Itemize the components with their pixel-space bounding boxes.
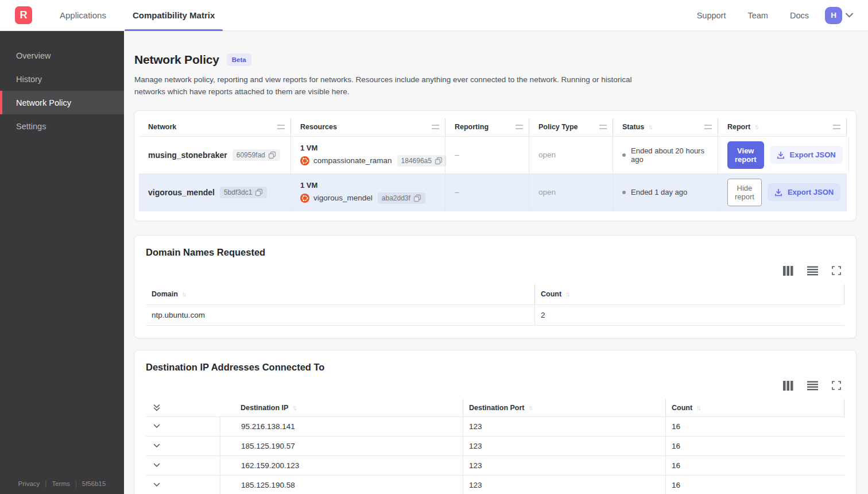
row-expand-button[interactable]: [146, 417, 220, 436]
row-expand-button[interactable]: [146, 437, 220, 456]
download-icon: [777, 151, 785, 159]
terms-link[interactable]: Terms: [52, 480, 69, 487]
view-report-button[interactable]: View report: [727, 141, 764, 169]
column-resize-handle[interactable]: [277, 125, 285, 129]
domains-table: Domain ↑↓ Count ↑↓ ntp.ubuntu.com 2: [146, 284, 844, 326]
tab-compatibility-matrix[interactable]: Compatibility Matrix: [125, 0, 223, 30]
privacy-link[interactable]: Privacy: [18, 480, 40, 487]
hide-report-button[interactable]: Hide report: [727, 179, 762, 206]
ip-cell: 185.125.190.57: [220, 437, 463, 456]
table-row[interactable]: ntp.ubuntu.com 2: [146, 305, 844, 326]
port-cell: 123: [463, 437, 665, 456]
column-header-destination-ip[interactable]: Destination IP ↑↓: [220, 399, 463, 416]
nav-link-docs[interactable]: Docs: [790, 11, 809, 20]
sort-icon[interactable]: ↑↓: [565, 291, 571, 298]
export-json-button[interactable]: Export JSON: [770, 146, 843, 164]
nav-link-support[interactable]: Support: [697, 11, 726, 20]
sort-icon[interactable]: ↑↓: [529, 404, 534, 411]
table-toolbar: [146, 381, 841, 391]
domains-table-header: Domain ↑↓ Count ↑↓: [146, 284, 844, 304]
sort-icon[interactable]: ↑↓: [696, 404, 702, 411]
nav-tabs: Applications Compatibility Matrix: [52, 0, 233, 30]
app-logo[interactable]: R: [15, 6, 32, 24]
column-resize-handle[interactable]: [432, 125, 439, 129]
vm-id-badge: 184696a5: [397, 155, 447, 167]
columns-icon[interactable]: [783, 266, 793, 276]
ubuntu-icon: [300, 156, 309, 165]
column-header-count[interactable]: Count ↑↓: [534, 284, 844, 304]
table-row[interactable]: 185.125.190.58 123 16: [146, 476, 844, 494]
column-resize-handle[interactable]: [516, 125, 523, 129]
top-navigation: R Applications Compatibility Matrix Supp…: [0, 0, 868, 31]
export-json-button[interactable]: Export JSON: [768, 183, 840, 201]
sidebar-item-overview[interactable]: Overview: [0, 44, 124, 67]
tab-applications[interactable]: Applications: [52, 0, 114, 30]
sort-icon[interactable]: ↑↓: [648, 124, 653, 130]
columns-icon[interactable]: [783, 381, 793, 391]
column-resize-handle[interactable]: [833, 125, 840, 129]
copy-icon[interactable]: [268, 151, 276, 159]
copy-icon[interactable]: [435, 157, 443, 165]
status-cell: Ended about 20 hours ago: [613, 137, 718, 173]
expand-all-button[interactable]: [146, 399, 220, 416]
destinations-table: Destination IP ↑↓ Destination Port ↑↓ Co…: [146, 399, 844, 494]
network-policy-card: Network Resources Reporting Policy Type: [134, 110, 857, 221]
column-header-reporting[interactable]: Reporting: [445, 118, 529, 136]
domain-cell: ntp.ubuntu.com: [146, 305, 534, 325]
destinations-table-header: Destination IP ↑↓ Destination Port ↑↓ Co…: [146, 399, 844, 416]
table-row[interactable]: 162.159.200.123 123 16: [146, 456, 844, 476]
row-expand-button[interactable]: [146, 456, 220, 475]
network-id-badge: 60959fad: [232, 149, 280, 161]
copy-icon[interactable]: [413, 194, 421, 202]
column-header-destination-port[interactable]: Destination Port ↑↓: [463, 399, 665, 416]
column-header-count[interactable]: Count ↑↓: [665, 399, 844, 416]
nav-link-team[interactable]: Team: [747, 11, 768, 20]
resources-cell: 1 VM vigorous_mendel aba2dd3f: [291, 174, 445, 211]
table-row[interactable]: vigorous_mendel 5bdf3dc1 1 VM: [139, 173, 847, 211]
column-header-network[interactable]: Network: [139, 118, 291, 136]
sidebar-item-history[interactable]: History: [0, 67, 124, 91]
rows-icon[interactable]: [807, 266, 818, 276]
column-header-resources[interactable]: Resources: [291, 118, 445, 136]
count-cell: 16: [665, 456, 844, 475]
count-cell: 2: [534, 305, 844, 325]
column-header-policy-type[interactable]: Policy Type: [529, 118, 613, 136]
reporting-cell: –: [445, 174, 529, 211]
table-row[interactable]: 185.125.190.57 123 16: [146, 437, 844, 456]
port-cell: 123: [463, 456, 665, 475]
footer-divider: |: [75, 480, 77, 488]
column-resize-handle[interactable]: [704, 125, 712, 129]
table-row[interactable]: musing_stonebraker 60959fad 1 VM: [139, 136, 847, 173]
port-cell: 123: [463, 476, 665, 494]
column-header-status[interactable]: Status ↑↓: [613, 118, 718, 136]
chevron-down-icon[interactable]: [846, 13, 853, 18]
vm-id-badge: aba2dd3f: [378, 192, 425, 204]
page-title: Network Policy: [134, 53, 219, 67]
avatar[interactable]: H: [825, 7, 842, 24]
sidebar: Overview History Network Policy Settings…: [0, 31, 124, 494]
sidebar-item-network-policy[interactable]: Network Policy: [0, 91, 124, 114]
status-dot-icon: [622, 153, 626, 157]
copy-icon[interactable]: [255, 188, 263, 196]
main-content: Network Policy Beta Manage network polic…: [124, 31, 868, 494]
policy-type-cell: open: [529, 137, 613, 173]
fullscreen-icon[interactable]: [832, 266, 841, 275]
report-cell: Hide report Export JSON: [718, 174, 847, 211]
row-expand-button[interactable]: [146, 476, 220, 494]
column-header-report[interactable]: Report ↑↓: [718, 118, 847, 136]
fullscreen-icon[interactable]: [832, 381, 841, 390]
sort-icon[interactable]: ↑↓: [182, 291, 187, 298]
sort-icon[interactable]: ↑↓: [754, 124, 760, 130]
count-cell: 16: [665, 417, 844, 436]
destination-ips-card: Destination IP Addresses Connected To De…: [134, 350, 857, 494]
sidebar-item-settings[interactable]: Settings: [0, 114, 124, 138]
network-id-badge: 5bdf3dc1: [220, 187, 267, 198]
column-resize-handle[interactable]: [599, 125, 607, 129]
rows-icon[interactable]: [807, 381, 818, 391]
reporting-cell: –: [445, 137, 529, 173]
table-row[interactable]: 95.216.138.141 123 16: [146, 417, 844, 437]
column-header-domain[interactable]: Domain ↑↓: [146, 284, 534, 304]
beta-badge: Beta: [227, 53, 251, 66]
network-table-header: Network Resources Reporting Policy Type: [139, 118, 847, 136]
sort-icon[interactable]: ↑↓: [292, 404, 297, 411]
